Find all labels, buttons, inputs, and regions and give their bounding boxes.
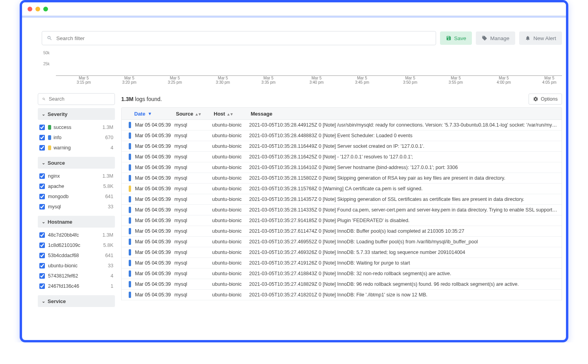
facet-checkbox[interactable] bbox=[39, 184, 45, 189]
facet-checkbox[interactable] bbox=[39, 194, 45, 199]
facet-item[interactable]: 2467fd136c461 bbox=[39, 281, 113, 291]
facet-item[interactable]: ubuntu-bionic33 bbox=[39, 261, 113, 271]
log-row[interactable]: Mar 05 04:05:39mysqlubuntu-bionic2021-03… bbox=[122, 290, 562, 300]
facet-item[interactable]: mongodb641 bbox=[39, 191, 113, 202]
facet-search-input[interactable] bbox=[49, 96, 111, 102]
close-icon[interactable] bbox=[28, 7, 32, 11]
facet-item[interactable]: 5743812fef624 bbox=[39, 271, 113, 281]
facet-checkbox[interactable] bbox=[39, 253, 45, 258]
log-row[interactable]: Mar 05 04:05:39mysqlubuntu-bionic2021-03… bbox=[122, 184, 562, 194]
facet-checkbox[interactable] bbox=[39, 204, 45, 210]
facet-item[interactable]: 48c7d20bb4fc1.3M bbox=[39, 230, 113, 240]
log-date: Mar 05 04:05:39 bbox=[135, 281, 174, 287]
facet-checkbox[interactable] bbox=[39, 145, 45, 151]
facet-item[interactable]: mysql33 bbox=[39, 202, 113, 212]
timeline-chart: 50k 25k Mar 53:15 pmMar 53:20 pmMar 53:2… bbox=[38, 51, 562, 88]
chevron-down-icon: ⌄ bbox=[42, 160, 45, 165]
facet-search[interactable] bbox=[38, 93, 115, 105]
log-row[interactable]: Mar 05 04:05:39mysqlubuntu-bionic2021-03… bbox=[122, 279, 562, 290]
log-row[interactable]: Mar 05 04:05:39mysqlubuntu-bionic2021-03… bbox=[122, 162, 562, 173]
log-source: mysql bbox=[174, 175, 212, 181]
facet-header-hostname[interactable]: ⌄Hostname bbox=[38, 216, 115, 228]
facet-checkbox[interactable] bbox=[39, 243, 45, 248]
log-row[interactable]: Mar 05 04:05:39mysqlubuntu-bionic2021-03… bbox=[122, 247, 562, 258]
log-row[interactable]: Mar 05 04:05:39mysqlubuntu-bionic2021-03… bbox=[122, 215, 562, 226]
facet-item[interactable]: 53b4cddacf68641 bbox=[39, 250, 113, 261]
facet-header-source[interactable]: ⌄Source bbox=[38, 157, 115, 169]
title-bar bbox=[22, 2, 566, 16]
log-row[interactable]: Mar 05 04:05:39mysqlubuntu-bionic2021-03… bbox=[122, 141, 562, 152]
chevron-down-icon: ⌄ bbox=[42, 219, 45, 224]
log-row[interactable]: Mar 05 04:05:39mysqlubuntu-bionic2021-03… bbox=[122, 131, 562, 141]
log-source: mysql bbox=[174, 260, 212, 266]
facet-checkbox[interactable] bbox=[39, 283, 45, 289]
facet-item[interactable]: success1.3M bbox=[39, 122, 113, 132]
minimize-icon[interactable] bbox=[35, 7, 40, 11]
logs-header: 1.3M logs found. Options bbox=[121, 93, 562, 105]
new-alert-button[interactable]: New Alert bbox=[519, 31, 562, 45]
xtick: Mar 53:55 pm bbox=[449, 76, 463, 85]
info-icon bbox=[129, 292, 131, 298]
info-icon bbox=[129, 217, 131, 224]
facet-item[interactable]: warning4 bbox=[39, 143, 113, 153]
log-row[interactable]: Mar 05 04:05:39mysqlubuntu-bionic2021-03… bbox=[122, 268, 562, 279]
chevron-down-icon: ⌄ bbox=[42, 299, 45, 304]
log-host: ubuntu-bionic bbox=[212, 218, 249, 223]
facet-checkbox[interactable] bbox=[39, 232, 45, 238]
save-icon bbox=[446, 35, 451, 41]
log-date: Mar 05 04:05:39 bbox=[135, 250, 174, 255]
log-message: 2021-03-05T10:35:27.469552Z 0 [Note] Inn… bbox=[249, 239, 562, 245]
facet-item[interactable]: nginx1.3M bbox=[39, 171, 113, 181]
col-source[interactable]: Source ▲▼ bbox=[172, 111, 210, 117]
log-host: ubuntu-bionic bbox=[212, 133, 249, 138]
log-row[interactable]: Mar 05 04:05:39mysqlubuntu-bionic2021-03… bbox=[122, 152, 562, 162]
options-button[interactable]: Options bbox=[529, 94, 562, 105]
log-row[interactable]: Mar 05 04:05:39mysqlubuntu-bionic2021-03… bbox=[122, 226, 562, 237]
log-row[interactable]: Mar 05 04:05:39mysqlubuntu-bionic2021-03… bbox=[122, 194, 562, 205]
log-source: mysql bbox=[174, 281, 212, 287]
log-row[interactable]: Mar 05 04:05:39mysqlubuntu-bionic2021-03… bbox=[122, 258, 562, 268]
xtick: Mar 54:05 pm bbox=[542, 76, 557, 85]
log-host: ubuntu-bionic bbox=[212, 228, 249, 234]
facet-checkbox[interactable] bbox=[39, 125, 45, 130]
info-icon bbox=[129, 175, 131, 181]
fullscreen-icon[interactable] bbox=[43, 7, 48, 11]
log-message: 2021-03-05T10:35:27.611474Z 0 [Note] Inn… bbox=[249, 228, 562, 234]
log-source: mysql bbox=[174, 154, 212, 160]
manage-button[interactable]: Manage bbox=[476, 31, 515, 45]
log-host: ubuntu-bionic bbox=[212, 186, 249, 191]
chart-bars[interactable] bbox=[56, 51, 562, 76]
log-source: mysql bbox=[174, 133, 212, 138]
log-message: 2021-03-05T10:35:28.115802Z 0 [Note] Ski… bbox=[249, 175, 562, 181]
facet-checkbox[interactable] bbox=[39, 263, 45, 268]
traffic-lights bbox=[28, 7, 48, 11]
logs-suffix: logs found. bbox=[135, 96, 162, 102]
log-row[interactable]: Mar 05 04:05:39mysqlubuntu-bionic2021-03… bbox=[122, 120, 562, 131]
facet-header-severity[interactable]: ⌄Severity bbox=[38, 108, 115, 120]
facet-checkbox[interactable] bbox=[39, 173, 45, 179]
col-date[interactable]: Date ▼ bbox=[122, 111, 172, 117]
log-date: Mar 05 04:05:39 bbox=[135, 239, 174, 245]
search-filter-input[interactable] bbox=[56, 35, 431, 41]
log-row[interactable]: Mar 05 04:05:39mysqlubuntu-bionic2021-03… bbox=[122, 237, 562, 247]
facet-header-service[interactable]: ⌄Service bbox=[38, 295, 115, 307]
tag-icon bbox=[482, 35, 487, 41]
facet-item[interactable]: info670 bbox=[39, 132, 113, 143]
log-date: Mar 05 04:05:39 bbox=[135, 271, 174, 276]
facet-checkbox[interactable] bbox=[39, 273, 45, 279]
info-icon bbox=[129, 207, 131, 213]
xtick: Mar 54:00 pm bbox=[497, 76, 511, 85]
log-row[interactable]: Mar 05 04:05:39mysqlubuntu-bionic2021-03… bbox=[122, 205, 562, 215]
content-area: Save Manage New Alert 50k 25k Mar 53:15 … bbox=[22, 18, 566, 340]
facet-item[interactable]: 1c8d6210109c5.8K bbox=[39, 240, 113, 250]
log-host: ubuntu-bionic bbox=[212, 239, 249, 245]
search-filter[interactable] bbox=[42, 31, 436, 45]
save-button[interactable]: Save bbox=[440, 31, 472, 45]
sort-icon: ▲▼ bbox=[227, 112, 233, 116]
col-host[interactable]: Host ▲▼ bbox=[210, 111, 247, 117]
facet-item[interactable]: apache5.8K bbox=[39, 181, 113, 191]
logs-count: 1.3M bbox=[121, 96, 133, 102]
facet-checkbox[interactable] bbox=[39, 135, 45, 140]
log-row[interactable]: Mar 05 04:05:39mysqlubuntu-bionic2021-03… bbox=[122, 173, 562, 184]
info-icon bbox=[129, 249, 131, 256]
